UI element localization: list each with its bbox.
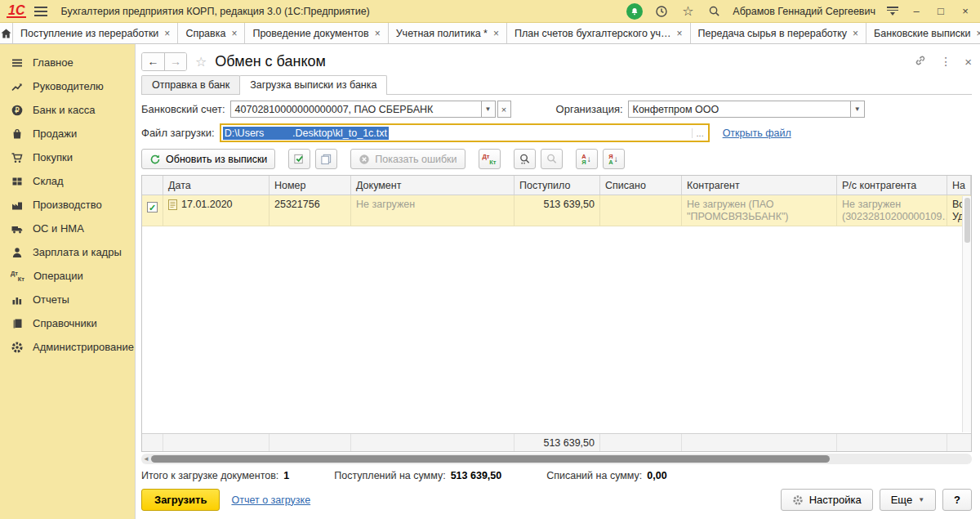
more-button[interactable]: Еще ▼ [880, 489, 936, 511]
column-header-received[interactable]: Поступило [514, 176, 600, 195]
scroll-left-icon[interactable]: ◄ [143, 455, 151, 463]
vertical-scrollbar[interactable] [962, 196, 971, 432]
sidebar-item-sklad[interactable]: Склад [0, 169, 135, 193]
tab-close-icon[interactable]: × [493, 28, 499, 39]
column-header-purpose[interactable]: На [947, 176, 971, 195]
load-file-field[interactable]: D:\Users .Desktop\kl_to_1c.txt ... [220, 123, 710, 142]
sidebar-item-otchety[interactable]: Отчеты [0, 288, 135, 311]
sidebar-item-spravochniki[interactable]: Справочники [0, 311, 135, 335]
cell-number: 25321756 [270, 195, 351, 226]
column-header-written-off[interactable]: Списано [600, 176, 682, 195]
column-header-number[interactable]: Номер [270, 176, 351, 195]
sidebar-item-zarplata-i-kadry[interactable]: Зарплата и кадры [0, 240, 135, 264]
tab-postuplenie-iz-pererabotki[interactable]: Поступление из переработки× [13, 23, 178, 43]
cell-received: 513 639,50 [514, 195, 600, 226]
dt-kt-button[interactable]: ДтКт [479, 149, 501, 169]
column-header-contractor[interactable]: Контрагент [682, 176, 837, 195]
tab-plan-schetov[interactable]: План счетов бухгалтерского уч…× [507, 23, 691, 43]
received-sum-label: Поступлений на сумму: [334, 470, 445, 481]
check-all-button[interactable] [288, 149, 310, 169]
show-errors-button[interactable]: Показать ошибки [350, 149, 465, 169]
sidebar-item-bank-i-kassa[interactable]: ₽ Банк и касса [0, 98, 135, 122]
bank-account-label: Банковский счет: [141, 103, 225, 115]
statements-table: Дата Номер Документ Поступило Списано Ко… [141, 175, 972, 452]
bank-account-field[interactable]: 40702810000000000007, ПАО СБЕРБАНК ▼ [230, 101, 496, 118]
uncheck-all-button[interactable] [315, 149, 337, 169]
find-button[interactable] [514, 149, 536, 169]
load-button[interactable]: Загрузить [141, 489, 220, 511]
table-empty-area [142, 226, 971, 433]
favorites-star-icon[interactable]: ☆ [680, 4, 695, 19]
table-row[interactable]: ✓ 17.01.2020 25321756 Не загружен 513 63… [142, 195, 971, 226]
maximize-button[interactable]: □ [934, 5, 947, 17]
more-menu-icon[interactable]: ⋮ [940, 55, 951, 68]
refresh-from-statement-button[interactable]: Обновить из выписки [141, 149, 275, 169]
settings-button[interactable]: Настройка [781, 489, 873, 511]
tab-close-icon[interactable]: × [164, 28, 170, 39]
cancel-search-button[interactable] [541, 149, 563, 169]
tab-close-icon[interactable]: × [677, 28, 683, 39]
tab-close-icon[interactable]: × [231, 28, 237, 39]
tab-close-icon[interactable]: × [853, 28, 858, 39]
books-icon [11, 317, 24, 330]
tab-provedenie-dokumentov[interactable]: Проведение документов× [245, 23, 388, 43]
sidebar-item-proizvodstvo[interactable]: Производство [0, 193, 135, 217]
browse-file-button[interactable]: ... [692, 128, 708, 138]
tab-spravka[interactable]: Справка× [178, 23, 245, 43]
organization-dropdown-icon[interactable]: ▼ [850, 101, 864, 117]
total-docs-label: Итого к загрузке документов: [141, 470, 278, 481]
bank-account-clear-icon[interactable]: × [497, 101, 511, 118]
service-menu-icon[interactable] [887, 7, 898, 16]
written-sum-value: 0,00 [647, 470, 666, 481]
horizontal-scrollbar-thumb[interactable] [151, 455, 830, 463]
sidebar-item-os-i-nma[interactable]: ОС и НМА [0, 217, 135, 240]
tab-close-icon[interactable]: × [976, 28, 980, 39]
organization-field[interactable]: Конфетпром ООО ▼ [628, 101, 865, 118]
gear-icon [792, 494, 804, 506]
open-file-link[interactable]: Открыть файл [723, 128, 791, 139]
search-icon[interactable] [706, 4, 721, 19]
main-menu-icon[interactable] [34, 7, 47, 16]
help-button[interactable]: ? [942, 489, 972, 511]
bar-chart-icon [11, 293, 24, 306]
sidebar-item-pokupki[interactable]: Покупки [0, 145, 135, 169]
add-to-favorites-icon[interactable]: ☆ [195, 54, 207, 69]
tab-uchetnaya-politika[interactable]: Учетная политика *× [389, 23, 507, 43]
tab-close-icon[interactable]: × [375, 28, 381, 39]
tab-otpravka-v-bank[interactable]: Отправка в банк [141, 75, 240, 94]
sidebar-item-glavnoe[interactable]: Главное [0, 51, 135, 74]
bank-account-dropdown-icon[interactable]: ▼ [481, 101, 495, 117]
history-icon[interactable] [654, 4, 669, 19]
forward-button[interactable]: → [164, 53, 186, 70]
close-window-button[interactable]: × [959, 5, 972, 17]
tab-zagruzka-vypiski[interactable]: Загрузка выписки из банка [239, 75, 387, 94]
navigation-buttons: ← → [141, 52, 187, 71]
current-user-name[interactable]: Абрамов Геннадий Сергеевич [733, 6, 875, 17]
document-icon [168, 199, 177, 210]
dt-kt-icon: ДтКт [483, 153, 497, 166]
column-header-document[interactable]: Документ [351, 176, 514, 195]
sidebar-item-operacii[interactable]: ДтКт Операции [0, 264, 135, 288]
sidebar-item-rukovoditelyu[interactable]: Руководителю [0, 74, 135, 98]
get-link-icon[interactable] [914, 54, 927, 69]
back-button[interactable]: ← [142, 53, 164, 70]
column-header-date[interactable]: Дата [163, 176, 270, 195]
truck-icon [11, 222, 24, 235]
sort-descending-button[interactable]: ЯА↓ [603, 149, 625, 169]
notifications-icon[interactable] [626, 3, 643, 20]
tab-bankovskie-vypiski[interactable]: Банковские выписки× [866, 23, 980, 43]
column-header-contractor-account[interactable]: Р/с контрагента [837, 176, 947, 195]
minimize-button[interactable]: – [910, 5, 923, 17]
ruble-icon: ₽ [11, 104, 24, 117]
sidebar-item-administrirovanie[interactable]: Администрирование [0, 335, 135, 359]
home-tab[interactable] [0, 23, 13, 43]
sort-ascending-button[interactable]: АЯ↓ [576, 149, 598, 169]
horizontal-scrollbar[interactable]: ◄ [141, 454, 972, 464]
chevron-down-icon: ▼ [918, 496, 924, 503]
header-checkbox-column [142, 176, 163, 195]
row-checkbox[interactable]: ✓ [147, 202, 158, 213]
load-report-link[interactable]: Отчет о загрузке [231, 494, 310, 506]
sidebar-item-prodazhi[interactable]: Продажи [0, 122, 135, 145]
close-form-icon[interactable]: × [964, 55, 972, 69]
tab-peredacha-syrya[interactable]: Передача сырья в переработку× [691, 23, 867, 43]
